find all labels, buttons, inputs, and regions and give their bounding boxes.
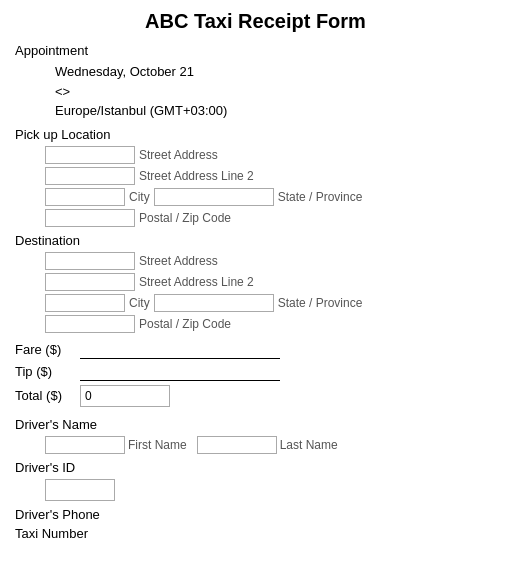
driver-phone-label: Driver's Phone	[15, 507, 496, 522]
first-name-label: First Name	[128, 438, 187, 452]
destination-street-label: Street Address	[139, 254, 218, 268]
appointment-date: Wednesday, October 21	[55, 62, 496, 82]
pickup-city-label: City	[129, 190, 150, 204]
appointment-timezone-symbol: <>	[55, 82, 496, 102]
total-input[interactable]	[80, 385, 170, 407]
destination-street-input[interactable]	[45, 252, 135, 270]
pickup-state-input[interactable]	[154, 188, 274, 206]
pickup-state-label: State / Province	[278, 190, 363, 204]
destination-state-input[interactable]	[154, 294, 274, 312]
destination-zip-input[interactable]	[45, 315, 135, 333]
tip-label: Tip ($)	[15, 364, 80, 379]
pickup-address-block: Street Address Street Address Line 2 Cit…	[45, 146, 496, 227]
form-title: ABC Taxi Receipt Form	[15, 10, 496, 33]
appointment-label: Appointment	[15, 43, 496, 58]
pickup-label: Pick up Location	[15, 127, 496, 142]
taxi-number-label: Taxi Number	[15, 526, 496, 541]
pickup-zip-input[interactable]	[45, 209, 135, 227]
pickup-zip-label: Postal / Zip Code	[139, 211, 231, 225]
destination-city-input[interactable]	[45, 294, 125, 312]
total-label: Total ($)	[15, 388, 80, 403]
driver-id-label: Driver's ID	[15, 460, 496, 475]
fare-label: Fare ($)	[15, 342, 80, 357]
appointment-timezone: Europe/Istanbul (GMT+03:00)	[55, 101, 496, 121]
driver-last-name-input[interactable]	[197, 436, 277, 454]
driver-id-input[interactable]	[45, 479, 115, 501]
driver-first-name-input[interactable]	[45, 436, 125, 454]
fare-section: Fare ($) Tip ($) Total ($)	[15, 341, 496, 407]
pickup-city-input[interactable]	[45, 188, 125, 206]
last-name-label: Last Name	[280, 438, 338, 452]
pickup-street2-input[interactable]	[45, 167, 135, 185]
destination-state-label: State / Province	[278, 296, 363, 310]
pickup-street2-label: Street Address Line 2	[139, 169, 254, 183]
destination-address-block: Street Address Street Address Line 2 Cit…	[45, 252, 496, 333]
driver-name-label: Driver's Name	[15, 417, 496, 432]
pickup-street-input[interactable]	[45, 146, 135, 164]
destination-zip-label: Postal / Zip Code	[139, 317, 231, 331]
destination-label: Destination	[15, 233, 496, 248]
fare-input[interactable]	[80, 341, 280, 359]
drivers-section: Driver's Name First Name Last Name Drive…	[15, 417, 496, 541]
destination-street2-input[interactable]	[45, 273, 135, 291]
destination-street2-label: Street Address Line 2	[139, 275, 254, 289]
tip-input[interactable]	[80, 363, 280, 381]
destination-city-label: City	[129, 296, 150, 310]
pickup-street-label: Street Address	[139, 148, 218, 162]
